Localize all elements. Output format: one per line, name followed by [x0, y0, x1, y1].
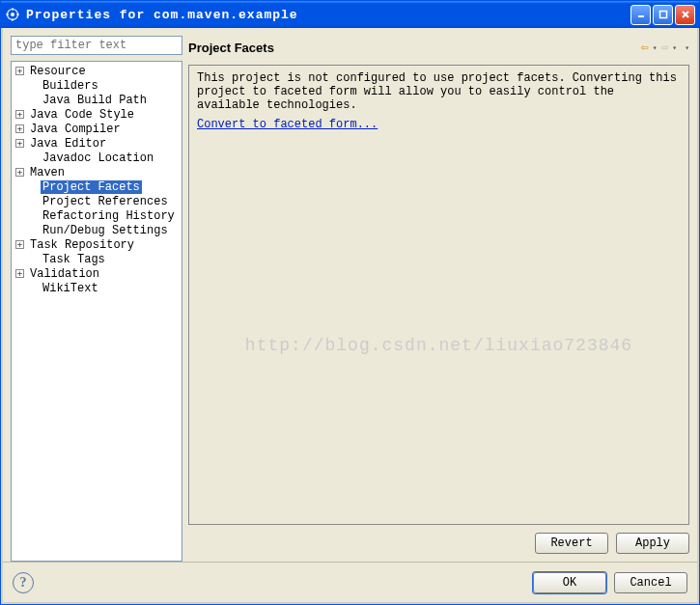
tree-item-label: Java Code Style	[28, 108, 136, 122]
tree-item-project-references[interactable]: Project References	[12, 194, 182, 208]
tree-item-task-repository[interactable]: +Task Repository	[12, 237, 182, 252]
expand-icon[interactable]: +	[15, 110, 24, 119]
tree-item-label: Builders	[41, 79, 100, 93]
tree-item-validation[interactable]: +Validation	[12, 266, 182, 281]
back-menu-icon[interactable]: ▾	[653, 43, 658, 52]
expand-icon[interactable]: +	[15, 67, 24, 75]
ok-button[interactable]: OK	[533, 572, 606, 593]
page-title: Project Facets	[188, 41, 641, 55]
bottom-bar: ? OK Cancel	[3, 562, 697, 602]
tree-item-resource[interactable]: +Resource	[12, 64, 182, 78]
svg-point-1	[11, 13, 14, 16]
tree-item-label: Task Tags	[41, 253, 107, 266]
tree-item-label: Refactoring History	[41, 209, 177, 223]
left-pane: +ResourceBuildersJava Build Path+Java Co…	[11, 36, 182, 562]
tree-item-refactoring-history[interactable]: Refactoring History	[12, 208, 182, 223]
tree-item-label: Project Facets	[41, 180, 142, 194]
page-buttons: Revert Apply	[188, 525, 689, 562]
tree-item-java-editor[interactable]: +Java Editor	[12, 136, 182, 151]
apply-button[interactable]: Apply	[616, 533, 689, 554]
minimize-button[interactable]	[630, 5, 651, 25]
tree-item-javadoc-location[interactable]: Javadoc Location	[12, 151, 182, 165]
tree-item-label: Java Compiler	[28, 123, 123, 136]
tree-item-label: Validation	[28, 267, 101, 281]
tree-item-label: WikiText	[41, 282, 100, 295]
tree-item-wikitext[interactable]: WikiText	[12, 281, 182, 295]
tree-item-label: Project References	[41, 195, 170, 208]
expand-icon[interactable]: +	[15, 168, 24, 177]
tree-item-project-facets[interactable]: Project Facets	[12, 179, 182, 194]
tree-item-java-compiler[interactable]: +Java Compiler	[12, 122, 182, 136]
forward-icon: ⇨	[661, 40, 669, 55]
right-pane: Project Facets ⇦ ▾ ⇨ ▾ ▾ This project is…	[188, 36, 689, 562]
cancel-button[interactable]: Cancel	[614, 572, 687, 593]
nav-buttons: ⇦ ▾ ⇨ ▾ ▾	[641, 40, 689, 55]
forward-menu-icon[interactable]: ▾	[672, 43, 677, 52]
back-icon[interactable]: ⇦	[641, 40, 649, 55]
tree-item-label: Maven	[28, 166, 67, 179]
app-icon	[5, 7, 20, 22]
main-split: +ResourceBuildersJava Build Path+Java Co…	[3, 28, 697, 562]
close-button[interactable]	[675, 5, 695, 25]
tree-item-java-build-path[interactable]: Java Build Path	[12, 93, 182, 107]
tree-item-run-debug-settings[interactable]: Run/Debug Settings	[12, 223, 182, 237]
window-title: Properties for com.maven.example	[26, 8, 630, 22]
revert-button[interactable]: Revert	[535, 533, 608, 554]
view-menu-icon[interactable]: ▾	[685, 43, 689, 52]
filter-input[interactable]	[11, 36, 182, 55]
content-area: This project is not configured to use pr…	[188, 65, 689, 525]
expand-icon[interactable]: +	[15, 269, 24, 278]
expand-icon[interactable]: +	[15, 240, 24, 249]
page-description: This project is not configured to use pr…	[197, 71, 681, 112]
svg-rect-7	[659, 12, 666, 18]
tree-item-label: Javadoc Location	[41, 151, 155, 165]
tree-item-label: Resource	[28, 65, 88, 78]
tree-item-label: Run/Debug Settings	[41, 224, 170, 237]
tree-item-label: Task Repository	[28, 238, 136, 252]
dialog-buttons: OK Cancel	[533, 572, 687, 593]
titlebar: Properties for com.maven.example	[1, 1, 699, 28]
tree-item-label: Java Editor	[28, 137, 108, 151]
watermark: http://blog.csdn.net/liuxiao723846	[245, 336, 632, 355]
expand-icon[interactable]: +	[15, 139, 24, 148]
properties-dialog: Properties for com.maven.example +Resour…	[0, 0, 700, 605]
expand-icon[interactable]: +	[15, 124, 24, 133]
tree-item-label: Java Build Path	[41, 94, 149, 107]
tree-item-builders[interactable]: Builders	[12, 78, 182, 93]
maximize-button[interactable]	[653, 5, 673, 25]
tree-item-task-tags[interactable]: Task Tags	[12, 252, 182, 266]
window-controls	[630, 5, 695, 25]
tree-item-maven[interactable]: +Maven	[12, 165, 182, 179]
help-icon[interactable]: ?	[13, 572, 34, 593]
tree-item-java-code-style[interactable]: +Java Code Style	[12, 107, 182, 122]
page-header: Project Facets ⇦ ▾ ⇨ ▾ ▾	[188, 36, 689, 59]
client-area: +ResourceBuildersJava Build Path+Java Co…	[1, 28, 699, 604]
convert-link[interactable]: Convert to faceted form...	[197, 118, 378, 131]
category-tree[interactable]: +ResourceBuildersJava Build Path+Java Co…	[11, 61, 182, 562]
